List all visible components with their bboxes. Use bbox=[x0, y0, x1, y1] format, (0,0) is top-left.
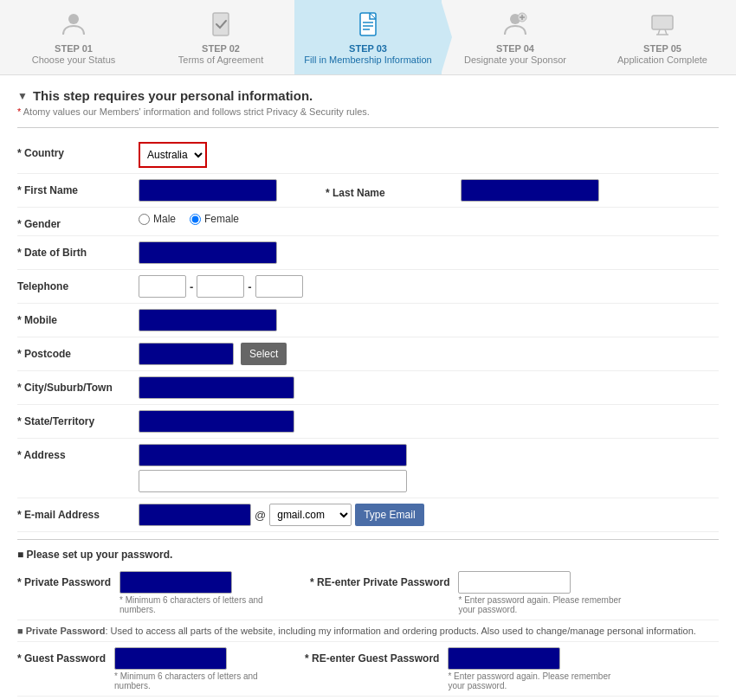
postcode-input[interactable] bbox=[139, 343, 234, 365]
re-private-pass-input[interactable] bbox=[458, 571, 571, 594]
gender-male-option[interactable]: Male bbox=[139, 213, 176, 225]
country-select-wrapper[interactable]: Australia bbox=[139, 142, 207, 168]
address-input1[interactable] bbox=[139, 444, 407, 466]
svg-rect-10 bbox=[652, 16, 673, 29]
last-name-label: * Last Name bbox=[326, 182, 447, 199]
private-pass-note: ■ Private Password: Used to access all p… bbox=[17, 620, 719, 642]
private-pass-note-text: : Used to access all parts of the websit… bbox=[105, 626, 695, 636]
re-private-pass-hint: * Enter password again. Please remember … bbox=[458, 595, 631, 614]
svg-rect-0 bbox=[68, 14, 79, 24]
state-value bbox=[139, 410, 719, 433]
tel-part1[interactable] bbox=[139, 275, 186, 298]
address-label: * Address bbox=[17, 444, 139, 461]
re-private-pass-field-group: * Enter password again. Please remember … bbox=[458, 571, 631, 614]
page-wrapper: STEP 01 Choose your Status STEP 02 Terms… bbox=[0, 0, 736, 700]
gender-label: * Gender bbox=[17, 213, 139, 230]
step03-label: Fill in Membership Information bbox=[304, 54, 431, 66]
personal-info-form: * Country Australia * First Name * Last … bbox=[17, 127, 719, 532]
gender-female-label: Female bbox=[204, 213, 239, 225]
city-input[interactable] bbox=[139, 376, 294, 399]
email-row: * E-mail Address @ gmail.com yahoo.com h… bbox=[17, 498, 719, 532]
step02-num: STEP 02 bbox=[202, 43, 240, 54]
gender-female-radio[interactable] bbox=[190, 214, 201, 225]
guest-pass-col: * Guest Password * Minimum 6 characters … bbox=[17, 647, 287, 690]
monitor-icon bbox=[647, 9, 678, 40]
postcode-row: * Postcode Select bbox=[17, 337, 719, 371]
step04-label: Designate your Sponsor bbox=[464, 54, 566, 66]
private-pass-col: * Private Password * Minimum 6 character… bbox=[17, 571, 293, 614]
private-pass-field-group: * Minimum 6 characters of letters and nu… bbox=[119, 571, 293, 614]
re-guest-pass-hint: * Enter password again. Please remember … bbox=[448, 671, 621, 690]
email-domain-select[interactable]: gmail.com yahoo.com hotmail.com bbox=[269, 504, 352, 526]
re-guest-pass-col: * RE-enter Guest Password * Enter passwo… bbox=[305, 647, 621, 690]
gender-value: Male Female bbox=[139, 213, 719, 225]
step-05[interactable]: STEP 05 Application Complete bbox=[589, 0, 736, 74]
step03-num: STEP 03 bbox=[349, 43, 387, 54]
postcode-value: Select bbox=[139, 343, 719, 365]
country-label: * Country bbox=[17, 142, 139, 159]
step05-num: STEP 05 bbox=[643, 43, 681, 54]
name-row: * First Name * Last Name bbox=[17, 174, 719, 208]
step-03[interactable]: STEP 03 Fill in Membership Information bbox=[294, 0, 442, 74]
step-01[interactable]: STEP 01 Choose your Status bbox=[0, 0, 147, 74]
email-at-symbol: @ bbox=[255, 509, 266, 522]
person-icon bbox=[58, 9, 89, 40]
dob-input[interactable] bbox=[139, 241, 277, 264]
private-pass-input[interactable] bbox=[119, 571, 232, 594]
re-guest-pass-input[interactable] bbox=[448, 647, 560, 670]
guest-pass-field-group: * Minimum 6 characters of letters and nu… bbox=[114, 647, 287, 690]
type-email-btn[interactable]: Type Email bbox=[355, 504, 423, 526]
tel-sep1: - bbox=[190, 280, 193, 293]
country-value: Australia bbox=[139, 142, 719, 168]
dob-value bbox=[139, 241, 719, 264]
state-input[interactable] bbox=[139, 410, 294, 433]
guest-pass-input[interactable] bbox=[114, 647, 227, 670]
stepper: STEP 01 Choose your Status STEP 02 Terms… bbox=[0, 0, 736, 75]
postcode-select-btn[interactable]: Select bbox=[241, 343, 287, 365]
postcode-label: * Postcode bbox=[17, 343, 139, 360]
telephone-value: - - bbox=[139, 275, 719, 298]
tel-part3[interactable] bbox=[255, 275, 303, 298]
doc-blue-icon bbox=[352, 9, 384, 40]
email-group: @ gmail.com yahoo.com hotmail.com Type E… bbox=[139, 504, 424, 526]
mobile-label: * Mobile bbox=[17, 309, 139, 326]
last-name-input[interactable] bbox=[461, 179, 599, 202]
country-select[interactable]: Australia bbox=[140, 144, 205, 166]
step04-num: STEP 04 bbox=[496, 43, 534, 54]
city-label: * City/Suburb/Town bbox=[17, 376, 139, 394]
mobile-row: * Mobile bbox=[17, 304, 719, 337]
step02-label: Terms of Agreement bbox=[178, 54, 263, 66]
tel-part2[interactable] bbox=[197, 275, 244, 298]
private-password-row: * Private Password * Minimum 6 character… bbox=[17, 566, 719, 620]
mobile-input[interactable] bbox=[139, 309, 277, 331]
email-value: @ gmail.com yahoo.com hotmail.com Type E… bbox=[139, 504, 719, 526]
gender-row: * Gender Male Female bbox=[17, 208, 719, 236]
first-name-input[interactable] bbox=[139, 179, 277, 202]
city-value bbox=[139, 376, 719, 399]
content-area: ▼ This step requires your personal infor… bbox=[0, 75, 736, 700]
guest-pass-label: * Guest Password bbox=[17, 647, 106, 665]
sponsor-icon bbox=[500, 9, 531, 40]
email-username-input[interactable] bbox=[139, 504, 251, 526]
step01-label: Choose your Status bbox=[32, 54, 116, 66]
tel-sep2: - bbox=[248, 280, 251, 293]
address-value bbox=[139, 444, 719, 492]
country-row: * Country Australia bbox=[17, 137, 719, 174]
address-input2[interactable] bbox=[139, 470, 407, 492]
private-pass-label: * Private Password bbox=[17, 571, 111, 588]
guest-pass-note: ■ Guest Password: Used to view limited p… bbox=[17, 697, 719, 700]
step-04[interactable]: STEP 04 Designate your Sponsor bbox=[442, 0, 589, 74]
dob-label: * Date of Birth bbox=[17, 241, 139, 259]
first-name-label: * First Name bbox=[17, 179, 139, 196]
gender-male-label: Male bbox=[153, 213, 176, 225]
step-02[interactable]: STEP 02 Terms of Agreement bbox=[147, 0, 294, 74]
chevron-icon: ▼ bbox=[17, 90, 28, 102]
guest-password-row: * Guest Password * Minimum 6 characters … bbox=[17, 642, 719, 697]
gender-male-radio[interactable] bbox=[139, 214, 150, 225]
step01-num: STEP 01 bbox=[55, 43, 93, 54]
private-pass-note-bold: Private Password bbox=[26, 626, 106, 636]
tel-group: - - bbox=[139, 275, 303, 298]
private-pass-hint: * Minimum 6 characters of letters and nu… bbox=[119, 595, 293, 614]
re-guest-pass-field-group: * Enter password again. Please remember … bbox=[448, 647, 621, 690]
gender-female-option[interactable]: Female bbox=[190, 213, 239, 225]
